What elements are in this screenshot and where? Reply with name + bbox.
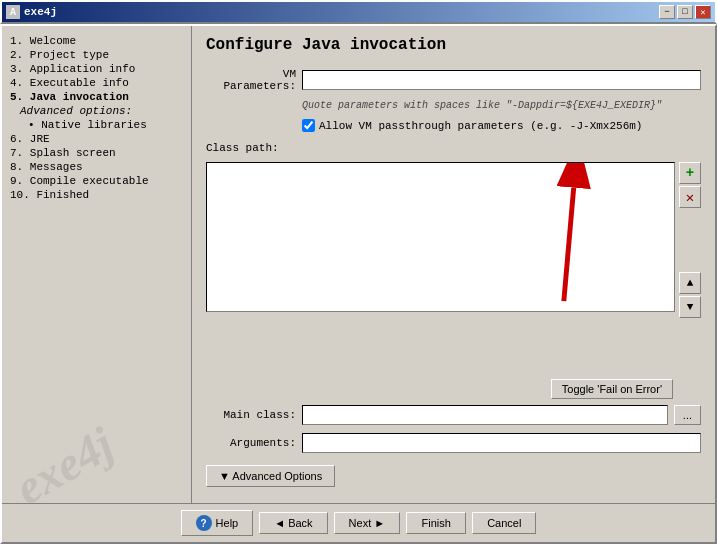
move-down-button[interactable]: ▼: [679, 296, 701, 318]
finish-button[interactable]: Finish: [406, 512, 466, 534]
sidebar-item-messages[interactable]: 8. Messages: [8, 160, 185, 174]
vm-hint: Quote parameters with spaces like "-Dapp…: [302, 100, 701, 111]
minimize-button[interactable]: −: [659, 5, 675, 19]
help-button[interactable]: ? Help: [181, 510, 254, 536]
sidebar-item-native-libraries[interactable]: • Native libraries: [8, 118, 185, 132]
cancel-button[interactable]: Cancel: [472, 512, 536, 534]
vm-parameters-row: VM Parameters:: [206, 68, 701, 92]
arrow-decoration: [207, 163, 674, 311]
toggle-fail-row: Toggle 'Fail on Error': [206, 379, 701, 399]
classpath-area: + ✕ ▲ ▼: [206, 162, 701, 373]
passthrough-checkbox-row: Allow VM passthrough parameters (e.g. -J…: [302, 119, 701, 132]
main-panel: Configure Java invocation VM Parameters:…: [192, 26, 715, 503]
sidebar-item-finished[interactable]: 10. Finished: [8, 188, 185, 202]
sidebar-item-jre[interactable]: 6. JRE: [8, 132, 185, 146]
advanced-options-button[interactable]: ▼ Advanced Options: [206, 465, 335, 487]
nav-buttons: ? Help ◄ Back Next ► Finish Cancel: [12, 510, 705, 536]
add-classpath-button[interactable]: +: [679, 162, 701, 184]
main-class-row: Main class: ...: [206, 405, 701, 425]
title-bar-left: A exe4j: [6, 5, 57, 19]
arguments-row: Arguments:: [206, 433, 701, 453]
classpath-list: [206, 162, 675, 312]
vm-parameters-input[interactable]: [302, 70, 701, 90]
remove-classpath-button[interactable]: ✕: [679, 186, 701, 208]
main-window: 1. Welcome 2. Project type 3. Applicatio…: [0, 24, 717, 544]
bottom-bar: ? Help ◄ Back Next ► Finish Cancel: [2, 503, 715, 542]
back-button[interactable]: ◄ Back: [259, 512, 327, 534]
maximize-button[interactable]: □: [677, 5, 693, 19]
classpath-buttons: + ✕ ▲ ▼: [679, 162, 701, 373]
sidebar-item-welcome[interactable]: 1. Welcome: [8, 34, 185, 48]
title-bar: A exe4j − □ ✕: [0, 0, 717, 24]
sidebar-item-project-type[interactable]: 2. Project type: [8, 48, 185, 62]
page-title: Configure Java invocation: [206, 36, 701, 54]
advanced-options-section: ▼ Advanced Options: [206, 465, 701, 493]
app-icon: A: [6, 5, 20, 19]
next-button[interactable]: Next ►: [334, 512, 401, 534]
svg-line-1: [564, 188, 574, 301]
watermark: exe4j: [5, 416, 123, 503]
allow-passthrough-label: Allow VM passthrough parameters (e.g. -J…: [319, 120, 642, 132]
arguments-input[interactable]: [302, 433, 701, 453]
classpath-label: Class path:: [206, 142, 701, 154]
help-icon: ?: [196, 515, 212, 531]
content-area: 1. Welcome 2. Project type 3. Applicatio…: [2, 26, 715, 503]
sidebar-item-compile[interactable]: 9. Compile executable: [8, 174, 185, 188]
window-title: exe4j: [24, 6, 57, 18]
allow-passthrough-checkbox[interactable]: [302, 119, 315, 132]
toggle-fail-button[interactable]: Toggle 'Fail on Error': [551, 379, 673, 399]
arguments-label: Arguments:: [206, 437, 296, 449]
browse-main-class-button[interactable]: ...: [674, 405, 701, 425]
sidebar: 1. Welcome 2. Project type 3. Applicatio…: [2, 26, 192, 503]
sidebar-item-app-info[interactable]: 3. Application info: [8, 62, 185, 76]
sidebar-item-splash[interactable]: 7. Splash screen: [8, 146, 185, 160]
sidebar-advanced-options-header: Advanced options:: [8, 104, 185, 118]
sidebar-item-exec-info[interactable]: 4. Executable info: [8, 76, 185, 90]
sidebar-item-java-invocation[interactable]: 5. Java invocation: [8, 90, 185, 104]
vm-parameters-label: VM Parameters:: [206, 68, 296, 92]
main-class-input[interactable]: [302, 405, 668, 425]
close-button[interactable]: ✕: [695, 5, 711, 19]
move-up-button[interactable]: ▲: [679, 272, 701, 294]
main-class-label: Main class:: [206, 409, 296, 421]
title-bar-controls: − □ ✕: [659, 5, 711, 19]
